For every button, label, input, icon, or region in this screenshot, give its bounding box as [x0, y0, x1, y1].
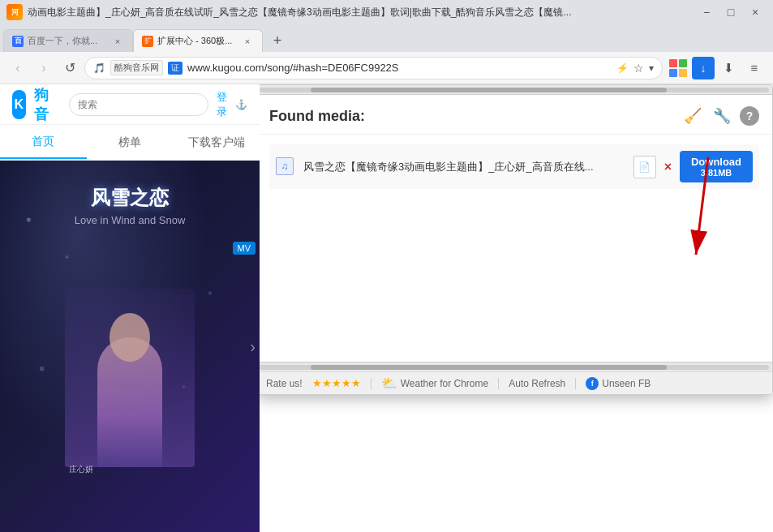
auto-refresh-link[interactable]: Auto Refresh [509, 378, 565, 389]
tab-bar: 百 百度一下，你就... × 扩 扩展中心 - 360极... × + [0, 24, 773, 52]
broom-button[interactable]: 🧹 [681, 105, 704, 127]
security-badge: 证 [168, 62, 183, 75]
refresh-button[interactable]: ↺ [58, 57, 81, 79]
new-tab-button[interactable]: + [266, 29, 289, 52]
download-label: Download [689, 156, 743, 168]
song-subtitle: Love in Wind and Snow [75, 214, 186, 226]
broom-icon: 🧹 [684, 107, 702, 125]
save-page-button[interactable]: ⬇ [716, 56, 741, 80]
forward-button[interactable]: › [32, 57, 55, 79]
minimize-button[interactable]: − [695, 3, 718, 21]
media-item-name: 风雪之恋【魔镜奇缘3动画电影主题曲】_庄心妍_高音质在线... [303, 160, 625, 174]
kugou-login-button[interactable]: 登录 [217, 90, 227, 119]
address-favicon: 🎵 [93, 62, 105, 74]
mv-badge[interactable]: MV [233, 242, 256, 255]
download-size: 3.81MB [689, 168, 743, 178]
site-name-badge: 酷狗音乐网 [110, 60, 163, 75]
right-nav-arrow[interactable]: › [250, 337, 256, 356]
close-button[interactable]: × [744, 3, 767, 21]
window-title: 动画电影主题曲】_庄心妍_高音质在线试听_风雪之恋【魔镜奇缘3动画电影主题曲】歌… [28, 6, 690, 19]
tab-title-ext: 扩展中心 - 360极... [157, 35, 237, 47]
tab-favicon-ext: 扩 [142, 36, 153, 47]
title-bar: 河 动画电影主题曲】_庄心妍_高音质在线试听_风雪之恋【魔镜奇缘3动画电影主题曲… [0, 0, 773, 24]
tab-close-baidu[interactable]: × [111, 35, 124, 48]
artist-head [110, 313, 150, 362]
kugou-content-area: ❄ ❄ ❄ ❄ ❄ ❄ 风雪之恋 Love in Wind and Snow [0, 161, 260, 532]
tab-close-ext[interactable]: × [241, 35, 254, 48]
settings-button[interactable]: 🔧 [711, 105, 733, 127]
download-extension-button[interactable]: ↓ [692, 57, 715, 79]
popup-scrollbar-top[interactable] [260, 85, 772, 95]
auto-refresh-label: Auto Refresh [509, 378, 565, 389]
unseen-fb-label: Unseen FB [602, 378, 651, 389]
popup-empty-area [260, 200, 772, 362]
download-dialog: Found media: 🧹 🔧 ? [260, 84, 773, 395]
artist-photo-area: 庄心妍 [65, 289, 195, 467]
lightning-icon: ⚡ [616, 62, 629, 74]
toolbar-right: ↓ ⬇ ≡ [666, 56, 767, 80]
question-mark-icon: ? [746, 109, 754, 122]
footer-divider-2 [498, 378, 499, 389]
page-icon: 📄 [638, 161, 651, 173]
main-area: K 酷狗音乐 登录 ⚓ 首页 榜单 下载客户端 ❄ ❄ [0, 84, 773, 532]
weather-for-chrome-link[interactable]: ⛅ Weather for Chrome [381, 375, 489, 391]
unseen-fb-icon: f [586, 377, 599, 390]
browser-window: 河 动画电影主题曲】_庄心妍_高音质在线试听_风雪之恋【魔镜奇缘3动画电影主题曲… [0, 0, 773, 532]
media-page-button[interactable]: 📄 [633, 156, 656, 178]
kugou-nav: 首页 榜单 下载客户端 [0, 125, 260, 161]
popup-media-list: ♫ 风雪之恋【魔镜奇缘3动画电影主题曲】_庄心妍_高音质在线... 📄 × Do… [260, 135, 772, 200]
windows-grid-icon[interactable] [666, 56, 690, 80]
windows-icon [669, 59, 687, 77]
popup-scrollbar-bottom[interactable] [260, 362, 772, 371]
rate-us-label: Rate us! [266, 378, 303, 389]
popup-header: Found media: 🧹 🔧 ? [260, 95, 772, 135]
artist-name-display: 庄心妍 [69, 464, 93, 475]
maximize-button[interactable]: □ [719, 3, 742, 21]
dropdown-arrow-icon[interactable]: ▾ [649, 62, 654, 74]
kugou-music-sidebar: K 酷狗音乐 登录 ⚓ 首页 榜单 下载客户端 ❄ ❄ [0, 84, 260, 532]
url-text: www.kugou.com/song/#hash=DE06FC9922S [187, 62, 612, 74]
scrollbar-thumb-top [311, 88, 668, 92]
album-text-overlay: 风雪之恋 Love in Wind and Snow [75, 185, 186, 226]
download-popup-overlay: Found media: 🧹 🔧 ? [260, 84, 773, 532]
star-icon[interactable]: ☆ [633, 62, 644, 75]
kugou-nav-home[interactable]: 首页 [0, 127, 87, 159]
help-button[interactable]: ? [740, 106, 759, 126]
popup-footer: Rate us! ★★★★★ ⛅ Weather for Chrome Auto… [260, 371, 772, 394]
tab-baidu[interactable]: 百 百度一下，你就... × [3, 29, 133, 52]
kugou-header: K 酷狗音乐 登录 ⚓ [0, 84, 260, 125]
footer-divider-3 [575, 378, 576, 389]
rating-stars[interactable]: ★★★★★ [312, 377, 361, 389]
address-input-wrapper[interactable]: 🎵 酷狗音乐网 证 www.kugou.com/song/#hash=DE06F… [84, 57, 663, 79]
media-delete-button[interactable]: × [664, 160, 672, 174]
unseen-fb-link[interactable]: f Unseen FB [586, 377, 651, 390]
tab-title-baidu: 百度一下，你就... [28, 35, 107, 47]
wrench-icon: 🔧 [713, 107, 731, 125]
download-icon: ↓ [701, 62, 706, 75]
popup-title: Found media: [269, 108, 681, 125]
browser-logo: 河 [6, 4, 23, 20]
page-content-area: Found media: 🧹 🔧 ? [260, 84, 773, 532]
address-bar: ‹ › ↺ 🎵 酷狗音乐网 证 www.kugou.com/song/#hash… [0, 52, 773, 84]
scrollbar-track-bottom [260, 365, 769, 370]
scrollbar-track-top [260, 88, 769, 92]
song-title: 风雪之恋 [75, 185, 186, 211]
scrollbar-thumb-bottom [311, 365, 668, 370]
music-file-icon: ♫ [276, 157, 295, 177]
kugou-search-input[interactable] [69, 93, 208, 116]
weather-label: Weather for Chrome [401, 378, 489, 389]
album-cover: ❄ ❄ ❄ ❄ ❄ ❄ 风雪之恋 Love in Wind and Snow [0, 161, 260, 532]
kugou-nav-charts[interactable]: 榜单 [87, 127, 174, 158]
tab-favicon-baidu: 百 [12, 36, 24, 47]
back-button[interactable]: ‹ [6, 57, 29, 79]
popup-action-buttons: 🧹 🔧 ? [681, 105, 759, 127]
kugou-logo: K [12, 90, 26, 119]
download-button[interactable]: Download 3.81MB [680, 151, 753, 182]
media-list-item: ♫ 风雪之恋【魔镜奇缘3动画电影主题曲】_庄心妍_高音质在线... 📄 × Do… [269, 144, 759, 189]
tab-extension-center[interactable]: 扩 扩展中心 - 360极... × [133, 29, 263, 52]
anchor-icon: ⚓ [235, 99, 247, 110]
footer-divider-1 [371, 378, 371, 389]
weather-cloud-icon: ⛅ [381, 375, 397, 391]
kugou-nav-download[interactable]: 下载客户端 [173, 127, 260, 158]
browser-menu-button[interactable]: ≡ [742, 56, 767, 80]
